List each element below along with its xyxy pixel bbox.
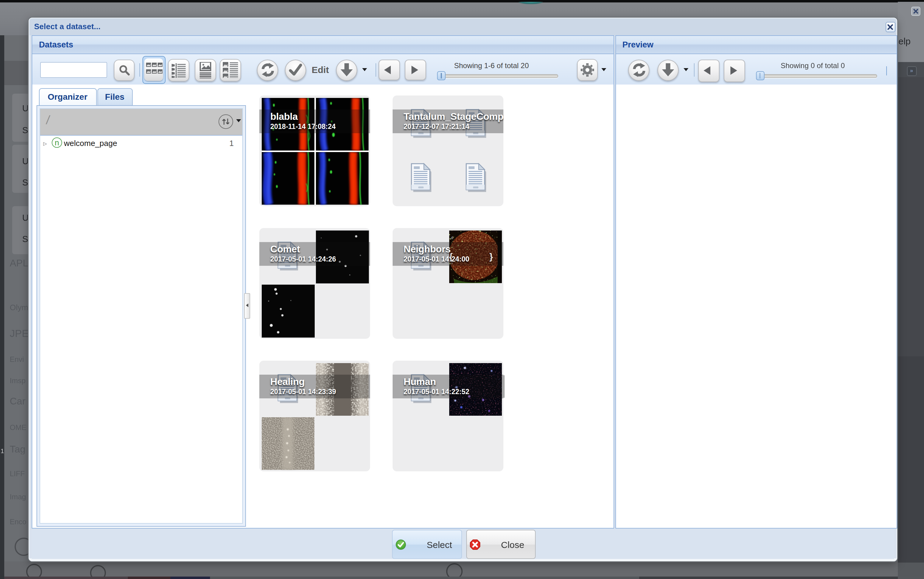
svg-text:d: d [451,236,453,240]
